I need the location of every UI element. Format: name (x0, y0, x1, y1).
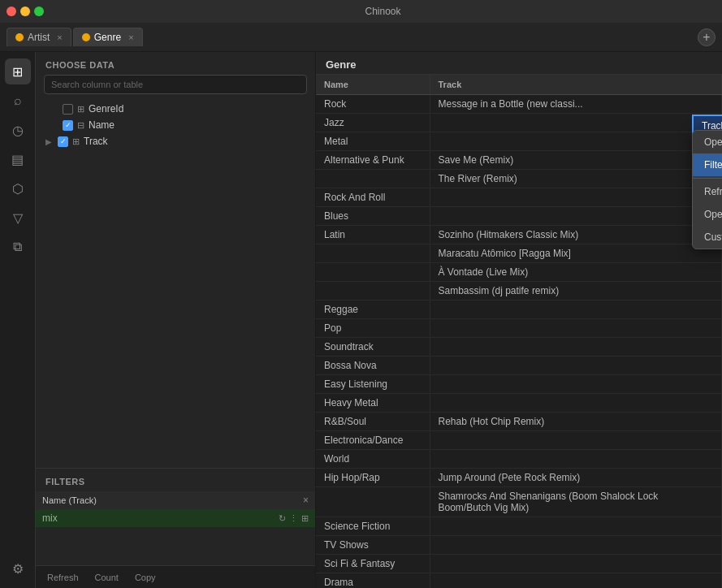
tree-item-genreid[interactable]: ⊞ GenreId (42, 101, 309, 117)
sidebar-item-search[interactable]: ⌕ (5, 88, 31, 114)
close-window-button[interactable] (6, 6, 16, 16)
add-tab-button[interactable]: + (698, 28, 716, 46)
cell-track[interactable] (430, 431, 722, 450)
tab-close-genre[interactable]: × (128, 32, 133, 42)
cell-track[interactable]: Save Me (Remix) (430, 151, 722, 170)
cell-track[interactable]: The River (Remix) (430, 170, 722, 188)
sidebar-item-filter[interactable]: ▽ (5, 205, 31, 231)
sidebar-item-layers[interactable]: ⧉ (5, 234, 31, 260)
cell-track[interactable] (430, 319, 722, 338)
minimize-window-button[interactable] (20, 6, 30, 16)
filter-refresh-icon[interactable]: ↻ (279, 513, 286, 524)
cell-track[interactable] (430, 450, 722, 469)
tree-label-track: Track (84, 136, 108, 147)
table-row: Rock And Roll (316, 188, 722, 207)
refresh-button[interactable]: Refresh (42, 571, 84, 584)
cell-name[interactable]: Soundtrack (316, 338, 430, 357)
context-menu-filter-parent[interactable]: Filter parent rows (693, 153, 722, 176)
cell-track[interactable]: Jump Around (Pete Rock Remix) (430, 469, 722, 487)
expand-icon-track[interactable]: ▶ (45, 137, 52, 146)
cell-name[interactable]: World (316, 450, 430, 469)
cell-track[interactable]: Sozinho (Hitmakers Classic Mix) (430, 226, 722, 244)
cell-track[interactable] (430, 394, 722, 413)
tab-genre[interactable]: Genre × (73, 28, 143, 46)
cell-name[interactable]: Jazz (316, 114, 430, 132)
tab-close-artist[interactable]: × (57, 32, 62, 42)
cell-track[interactable] (430, 536, 722, 555)
cell-name[interactable]: Sci Fi & Fantasy (316, 555, 430, 573)
cell-track[interactable]: Sambassim (dj patife remix) (430, 282, 722, 300)
sidebar-item-settings[interactable]: ⚙ (5, 556, 31, 582)
cell-name[interactable]: Science Fiction (316, 517, 430, 536)
col-header-track[interactable]: Track (430, 75, 722, 95)
search-input[interactable] (44, 75, 307, 94)
maximize-window-button[interactable] (34, 6, 44, 16)
table-row: Blues (316, 207, 722, 226)
cell-track[interactable]: Shamrocks And Shenanigans (Boom Shalock … (430, 487, 722, 517)
cell-name[interactable]: Rock And Roll (316, 188, 430, 207)
table-row: Alternative & PunkSave Me (Remix) (316, 151, 722, 170)
tab-artist[interactable]: Artist × (6, 28, 71, 46)
cell-track[interactable] (430, 375, 722, 394)
filter-value-input[interactable] (42, 512, 275, 524)
cell-name[interactable]: Reggae (316, 300, 430, 319)
grid-container[interactable]: Name Track RockMessage in a Bottle (new … (316, 75, 722, 588)
cell-track[interactable] (430, 517, 722, 536)
filter-name-label: Name (Track) (42, 495, 97, 505)
cell-name[interactable]: Rock (316, 95, 430, 114)
cell-track[interactable] (430, 573, 722, 589)
sidebar-item-history[interactable]: ◷ (5, 117, 31, 143)
cell-track[interactable]: À Vontade (Live Mix) (430, 263, 722, 282)
checkbox-genreid[interactable] (63, 104, 73, 115)
cell-name[interactable]: Pop (316, 319, 430, 338)
cell-track[interactable] (430, 132, 722, 151)
sidebar-item-table[interactable]: ▤ (5, 146, 31, 172)
context-menu-open-json[interactable]: Open JSON (693, 203, 722, 226)
cell-track[interactable] (430, 188, 722, 207)
cell-name[interactable]: Alternative & Punk (316, 151, 430, 170)
tree-item-track[interactable]: ▶ ✓ ⊞ Track (42, 133, 309, 149)
sidebar-item-grid[interactable]: ⊞ (5, 58, 31, 84)
cell-name[interactable] (316, 263, 430, 282)
cell-track[interactable] (430, 207, 722, 226)
checkbox-name[interactable]: ✓ (63, 120, 73, 131)
context-menu-open-table[interactable]: Open table Track (693, 131, 722, 153)
cell-name[interactable] (316, 487, 430, 517)
cell-name[interactable]: Electronica/Dance (316, 431, 430, 450)
cell-name[interactable]: Heavy Metal (316, 394, 430, 413)
filter-close-button[interactable]: × (303, 495, 309, 506)
cell-track[interactable]: Message in a Bottle (new classi... (430, 95, 722, 114)
cell-name[interactable]: Blues (316, 207, 430, 226)
checkbox-track[interactable]: ✓ (58, 136, 68, 147)
cell-track[interactable] (430, 357, 722, 375)
cell-name[interactable] (316, 244, 430, 263)
cell-name[interactable] (316, 170, 430, 188)
data-grid: Name Track RockMessage in a Bottle (new … (316, 75, 722, 588)
tab-icon-genre (82, 33, 90, 41)
tree-item-name[interactable]: ✓ ⊟ Name (42, 117, 309, 133)
cell-name[interactable] (316, 282, 430, 300)
copy-button[interactable]: Copy (130, 571, 161, 584)
filter-add-icon[interactable]: ⊞ (301, 513, 309, 524)
cell-name[interactable]: R&B/Soul (316, 413, 430, 431)
cell-track[interactable]: Rehab (Hot Chip Remix) (430, 413, 722, 431)
cell-track[interactable] (430, 555, 722, 573)
cell-name[interactable]: Hip Hop/Rap (316, 469, 430, 487)
cell-track[interactable] (430, 338, 722, 357)
context-menu-custom-join[interactable]: Custom join ⌘ J (693, 226, 722, 249)
filter-options-icon[interactable]: ⋮ (289, 513, 298, 524)
cell-name[interactable]: Latin (316, 226, 430, 244)
context-menu-refresh[interactable]: Refresh F5 / ⌘ R (693, 180, 722, 203)
cell-track[interactable] (430, 114, 722, 132)
filter-input-row: ↻ ⋮ ⊞ (36, 509, 315, 527)
cell-track[interactable]: Maracatu Atômico [Ragga Mix] (430, 244, 722, 263)
cell-name[interactable]: TV Shows (316, 536, 430, 555)
cell-name[interactable]: Bossa Nova (316, 357, 430, 375)
cell-name[interactable]: Easy Listening (316, 375, 430, 394)
cell-name[interactable]: Metal (316, 132, 430, 151)
cell-name[interactable]: Drama (316, 573, 430, 589)
sidebar-item-bookmark[interactable]: ⬡ (5, 175, 31, 201)
cell-track[interactable] (430, 300, 722, 319)
col-header-name[interactable]: Name (316, 75, 430, 95)
count-button[interactable]: Count (90, 571, 123, 584)
